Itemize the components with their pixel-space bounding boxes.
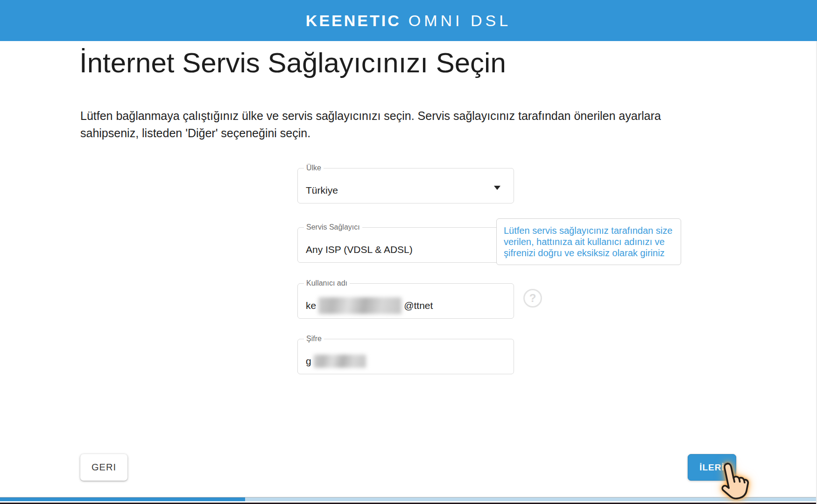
brand-logo: KEENETIC OMNI DSL (306, 13, 511, 28)
username-redacted-blur (318, 297, 401, 314)
username-label: Kullanıcı adı (304, 279, 350, 287)
app-header: KEENETIC OMNI DSL (0, 0, 817, 41)
password-value: g (306, 353, 366, 369)
password-prefix: g (306, 356, 311, 367)
help-tooltip: Lütfen servis sağlayıcınız tarafından si… (496, 218, 681, 265)
username-suffix: @ttnet (404, 300, 433, 311)
progress-bar (0, 497, 817, 501)
help-tooltip-text: Lütfen servis sağlayıcınız tarafından si… (504, 225, 672, 258)
brand-keenetic: KEENETIC (306, 13, 401, 28)
password-field[interactable]: Şifre g (297, 339, 514, 374)
back-button[interactable]: GERI (80, 454, 127, 481)
password-label: Şifre (304, 335, 324, 343)
country-value: Türkiye (306, 182, 338, 198)
password-redacted-blur (314, 355, 366, 368)
country-label: Ülke (304, 164, 324, 172)
username-field[interactable]: Kullanıcı adı ke @ttnet (297, 283, 514, 319)
page-description: Lütfen bağlanmaya çalıştığınız ülke ve s… (80, 107, 701, 142)
country-select[interactable]: Ülke Türkiye (297, 168, 514, 203)
chevron-down-icon (494, 186, 500, 190)
provider-label: Servis Sağlayıcı (304, 223, 362, 231)
progress-fill (0, 497, 245, 501)
provider-value: Any ISP (VDSL & ADSL) (306, 242, 413, 258)
next-button[interactable]: İLERİ (688, 454, 736, 481)
username-prefix: ke (306, 300, 316, 311)
brand-model: OMNI DSL (408, 13, 511, 28)
help-icon[interactable]: ? (523, 289, 542, 308)
provider-select[interactable]: Servis Sağlayıcı Any ISP (VDSL & ADSL) (297, 227, 514, 263)
username-value: ke @ttnet (306, 298, 433, 314)
question-mark-glyph: ? (529, 292, 536, 305)
page-title: İnternet Servis Sağlayıcınızı Seçin (79, 47, 506, 79)
